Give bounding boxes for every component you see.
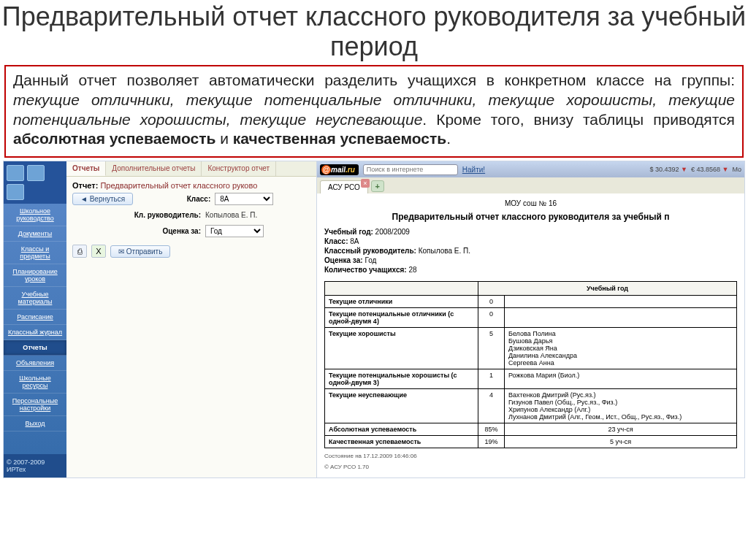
close-icon[interactable]: ×	[361, 179, 370, 188]
table-row: Текущие потенциальные отличники (с одной…	[325, 308, 737, 328]
table-row: Качественная успеваемость19%5 уч-ся	[325, 436, 737, 448]
logout-icon[interactable]	[7, 184, 24, 200]
new-tab-button[interactable]: +	[371, 180, 384, 192]
sidebar-item[interactable]: Школьные ресурсы	[4, 371, 66, 394]
row-count: 4	[478, 389, 505, 423]
send-button[interactable]: ✉ Отправить	[110, 245, 170, 258]
teacher-value: Копылова Е. П.	[205, 211, 257, 219]
sidebar-item[interactable]: Учебные материалы	[4, 287, 66, 310]
row-names: Рожкова Мария (Биол.)	[505, 369, 737, 389]
teacher-label: Кл. руководитель:	[128, 211, 201, 219]
tab[interactable]: Отчеты	[66, 161, 106, 176]
table-row: Текущие потенциальные хорошисты (с одной…	[325, 369, 737, 389]
meta-teacher-v: Копылова Е. П.	[419, 247, 470, 255]
row-label: Текущие потенциальные отличники (с одной…	[325, 308, 478, 328]
meta-class-l: Класс:	[324, 237, 348, 245]
report-document: МОУ сош № 16 Предварительный отчет класс…	[317, 193, 744, 477]
grade-for-select[interactable]: Год	[205, 225, 264, 237]
rate-eur: € 43.8568	[691, 166, 720, 173]
row-names	[505, 308, 737, 328]
sidebar: Школьное руководствоДокументыКлассы и пр…	[4, 161, 66, 477]
left-toolbar: ⎙ X ✉ Отправить	[66, 240, 316, 262]
class-label: Класс:	[137, 195, 210, 203]
row-names: 5 уч-ся	[505, 436, 737, 448]
table-row: Текущие отличники0	[325, 296, 737, 308]
arrow-down-icon: ▼	[681, 166, 687, 173]
left-body: ОтчетыДополнительные отчетыКонструктор о…	[66, 161, 316, 477]
row-count: 85%	[478, 423, 505, 436]
sidebar-item[interactable]: Объявления	[4, 356, 66, 371]
row-label: Качественная успеваемость	[325, 436, 478, 448]
sidebar-item[interactable]: Персональные настройки	[4, 394, 66, 416]
row-label: Текущие неуспевающие	[325, 389, 478, 423]
tab[interactable]: Конструктор отчет	[202, 161, 276, 176]
org-name: МОУ сош № 16	[324, 199, 737, 207]
callout-text-2: . Кроме того, внизу таблицы приводятся	[422, 111, 735, 128]
footnote-date: Состояние на 17.12.2009 16:46:06	[324, 453, 737, 459]
search-button[interactable]: Найти!	[462, 166, 485, 174]
sidebar-item[interactable]: Отчеты	[4, 340, 66, 356]
at-icon: @	[321, 165, 331, 174]
table-row: Текущие хорошисты5Белова Полина Бушова Д…	[325, 328, 737, 369]
report-label: Отчет:	[72, 181, 98, 190]
sidebar-top-icons	[4, 161, 66, 204]
app-window-left: Школьное руководствоДокументыКлассы и пр…	[3, 161, 317, 478]
row-count: 0	[478, 308, 505, 328]
sidebar-item[interactable]: Документы	[4, 226, 66, 242]
mail-link[interactable]: Мо	[732, 166, 741, 173]
help-icon[interactable]	[27, 165, 45, 181]
search-input[interactable]	[363, 164, 458, 175]
description-callout: Данный отчет позволяет автоматически раз…	[4, 65, 744, 158]
sidebar-item[interactable]: Расписание	[4, 310, 66, 325]
back-button[interactable]: ◄ Вернуться	[72, 193, 133, 205]
doc-tabs: АСУ РСО × +	[317, 177, 744, 193]
row-count: 5	[478, 328, 505, 369]
mailru-logo: @@mailmail.ru	[320, 164, 359, 175]
arrow-down-icon: ▼	[722, 166, 728, 173]
meta-grade-l: Оценка за:	[324, 256, 363, 264]
callout-dot: .	[446, 130, 451, 147]
callout-bold-1: абсолютная успеваемость	[13, 130, 215, 147]
meta-teacher-l: Классный руководитель:	[324, 247, 416, 255]
meta-class-v: 8А	[350, 237, 359, 245]
tab[interactable]: Дополнительные отчеты	[106, 161, 202, 176]
class-select[interactable]: 8А	[215, 193, 273, 205]
row-count: 0	[478, 296, 505, 308]
send-button-label: Отправить	[126, 248, 163, 256]
sidebar-nav: Школьное руководствоДокументыКлассы и пр…	[4, 204, 66, 431]
currency-rates: $ 30.4392 ▼ € 43.8568 ▼ Мо	[649, 166, 741, 173]
row-count: 19%	[478, 436, 505, 448]
report-table: Учебный год Текущие отличники0Текущие по…	[324, 281, 737, 448]
print-icon[interactable]: ⎙	[72, 245, 87, 258]
callout-and: и	[215, 130, 232, 147]
row-names: 23 уч-ся	[505, 423, 737, 436]
table-row: Текущие неуспевающие4Вахтенков Дмитрий (…	[325, 389, 737, 423]
footnote-copyright: © АСУ РСО 1.70	[324, 464, 737, 470]
rate-usd: $ 30.4392	[649, 166, 679, 173]
sidebar-item[interactable]: Планирование уроков	[4, 264, 66, 287]
sidebar-item[interactable]: Классный журнал	[4, 325, 66, 340]
report-name: Предварительный отчет классного руково	[100, 181, 257, 190]
tabs-row: ОтчетыДополнительные отчетыКонструктор о…	[66, 161, 316, 177]
row-names: Вахтенков Дмитрий (Рус.яз.) Гизунов Паве…	[505, 389, 737, 423]
row-label: Текущие потенциальные хорошисты (с одной…	[325, 369, 478, 389]
report-heading: Отчет: Предварительный отчет классного р…	[66, 177, 316, 190]
meta-grade-v: Год	[365, 256, 376, 264]
meta-count-l: Количество учащихся:	[324, 266, 407, 274]
back-button-label: Вернуться	[90, 195, 126, 203]
grade-for-label: Оценка за:	[128, 227, 201, 235]
browser-toolbar: @@mailmail.ru Найти! $ 30.4392 ▼ € 43.85…	[317, 161, 744, 177]
doc-tab[interactable]: АСУ РСО ×	[320, 180, 368, 193]
row-count: 1	[478, 369, 505, 389]
row-label: Текущие хорошисты	[325, 328, 478, 369]
row-names	[505, 296, 737, 308]
callout-text-1: Данный отчет позволяет автоматически раз…	[13, 72, 735, 88]
sidebar-item[interactable]: Школьное руководство	[4, 204, 66, 226]
home-icon[interactable]	[7, 165, 24, 181]
excel-icon[interactable]: X	[91, 245, 106, 258]
sidebar-item[interactable]: Выход	[4, 416, 66, 431]
meta-count-v: 28	[408, 266, 416, 274]
doc-tab-label: АСУ РСО	[328, 183, 360, 191]
slide-title: Предварительный отчет классного руководи…	[0, 0, 748, 65]
sidebar-item[interactable]: Классы и предметы	[4, 242, 66, 264]
